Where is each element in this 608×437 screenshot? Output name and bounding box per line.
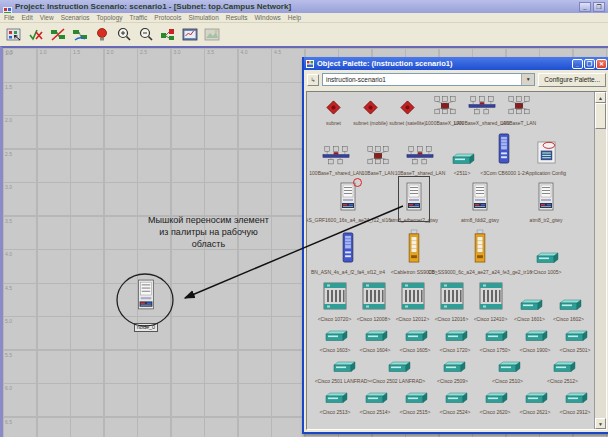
palette-item[interactable]: <Cisco 10720> (315, 281, 354, 315)
rack-teal-icon (322, 281, 348, 315)
palette-tree-button[interactable]: ↳ (307, 74, 319, 86)
menu-file[interactable]: File (4, 14, 14, 21)
palette-item[interactable]: <Cisco 2502 LANFRAD> (370, 359, 425, 377)
recover-objects-button[interactable] (69, 25, 90, 44)
palette-item[interactable]: 1000BaseX_shared_LAN (463, 96, 500, 119)
view-results-button[interactable] (179, 25, 200, 44)
palette-item[interactable]: atm8_fddi2_gtwy (447, 182, 513, 216)
open-palette-button[interactable] (3, 25, 24, 44)
palette-item-label: <Cisco 2510> (492, 378, 523, 384)
palette-select[interactable]: instruction-scenario1 ▼ (322, 73, 535, 86)
palette-row: 100BaseT_shared_LAN10BaseT_LAN10BaseT_sh… (307, 128, 593, 169)
palette-item[interactable]: 10BaseT_shared_LAN (399, 146, 441, 169)
palette-item[interactable]: 1000BaseX_LAN (426, 96, 463, 119)
palette-item[interactable]: 10BaseT_LAN (357, 146, 399, 169)
palette-item[interactable]: atm8_tr2_gtwy (513, 182, 579, 216)
configure-palette-button[interactable]: Configure Palette... (538, 73, 606, 87)
zoom-in-button[interactable] (113, 25, 134, 44)
palette-item[interactable]: <Cisco 1720> (435, 328, 475, 346)
palette-item[interactable]: <3Com CB6000 1-2> (483, 132, 525, 169)
node-0[interactable]: node_0 (133, 279, 159, 333)
dropdown-arrow-icon[interactable]: ▼ (521, 74, 534, 85)
palette-titlebar[interactable]: Object Palette: (Instruction scenario1) … (304, 57, 608, 70)
palette-item[interactable]: 100BaseT_LAN (500, 96, 537, 119)
scroll-up-icon[interactable]: ▲ (595, 92, 606, 103)
open-palette-icon (6, 27, 22, 42)
palette-close-button[interactable]: ✕ (596, 59, 607, 69)
animation-button[interactable] (201, 25, 222, 44)
lightbulb-button[interactable] (91, 25, 112, 44)
menu-windows[interactable]: Windows (254, 14, 280, 21)
menu-simulation[interactable]: Simulation (188, 14, 218, 21)
palette-item-label: <Cisco 2512> (547, 378, 578, 384)
menu-traffic[interactable]: Traffic (130, 14, 148, 21)
palette-item[interactable]: <Cisco 1900> (515, 328, 555, 346)
palette-item[interactable]: subnet (mobile) (352, 100, 389, 119)
palette-minimize-button[interactable]: _ (572, 59, 583, 69)
scroll-down-icon[interactable]: ▼ (595, 418, 606, 429)
workspace-canvas[interactable]: 0.51.01.52.02.53.03.54.04.51.01.52.02.53… (0, 46, 608, 437)
palette-restore-button[interactable]: ❐ (584, 59, 595, 69)
palette-item[interactable]: atm8_ethernet2_gtwy (381, 182, 447, 216)
menu-help[interactable]: Help (288, 14, 301, 21)
zoom-out-button[interactable] (135, 25, 156, 44)
menu-edit[interactable]: Edit (21, 14, 32, 21)
grid-col-label: 2.5 (140, 49, 147, 55)
palette-scrollbar[interactable]: ▲ ▼ (594, 92, 606, 429)
palette-item[interactable]: 100BaseT_shared_LAN (315, 146, 357, 169)
palette-item[interactable]: <Cisco 2514> (355, 390, 395, 408)
palette-item[interactable]: <Cisco 2524> (435, 390, 475, 408)
router-icon (440, 359, 466, 377)
restore-button[interactable]: ❐ (593, 2, 605, 12)
palette-item[interactable]: Application Config (525, 140, 567, 169)
palette-item-label: <Cisco 1603> (320, 347, 351, 353)
palette-item[interactable]: <Cisco 2621> (515, 390, 555, 408)
palette-item[interactable]: <Cisco 2620> (475, 390, 515, 408)
palette-item[interactable]: <Cisco 1750> (475, 328, 515, 346)
palette-item[interactable]: <Cisco 12410> (471, 281, 510, 315)
palette-item[interactable]: <Cisco 2512> (535, 359, 590, 377)
fail-objects-button[interactable] (47, 25, 68, 44)
grid-col-label: 0.5 (6, 49, 13, 55)
palette-item[interactable]: <Cisco 12008> (354, 281, 393, 315)
router-icon (533, 250, 559, 268)
palette-item[interactable]: <Cisco 2912> (555, 390, 595, 408)
palette-item[interactable]: CB_SS9000_6c_a24_ae27_a24_fe3_ge2_tr16 (447, 229, 513, 268)
palette-item[interactable]: subnet (satellite) (389, 100, 426, 119)
scrollbar-thumb[interactable] (595, 103, 606, 129)
minimize-button[interactable]: _ (579, 2, 591, 12)
menu-protocols[interactable]: Protocols (154, 14, 181, 21)
palette-row: AS_GRF1600_16s_a4_ae24_f12_sl16atm8_ethe… (307, 178, 593, 216)
palette-item[interactable]: BN_ASN_4s_a4_f2_fa4_sf12_tr4 (315, 231, 381, 268)
verify-links-button[interactable] (25, 25, 46, 44)
palette-item[interactable]: <Cisco 2501 LANFRAD> (315, 359, 370, 377)
palette-item[interactable]: <Cisco 1602> (549, 297, 588, 315)
palette-item[interactable]: subnet (315, 100, 352, 119)
router-icon (322, 390, 348, 408)
run-simulation-button[interactable] (157, 25, 178, 44)
palette-item[interactable]: <Cisco 12016> (432, 281, 471, 315)
palette-item[interactable]: <Cabletron SS9000> (381, 229, 447, 268)
palette-item-label: Application Config (526, 170, 566, 176)
palette-item[interactable]: <Cisco 1005> (513, 250, 579, 268)
rack-gray-icon (338, 182, 358, 216)
palette-item[interactable]: <Cisco 2501> (555, 328, 595, 346)
palette-item[interactable]: <Cisco 1601> (510, 297, 549, 315)
menu-results[interactable]: Results (226, 14, 248, 21)
palette-item[interactable]: AS_GRF1600_16s_a4_ae24_f12_sl16 (315, 182, 381, 216)
palette-item[interactable]: <Cisco 1603> (315, 328, 355, 346)
router-icon (495, 359, 521, 377)
grid-row-label: 2.0 (5, 117, 12, 123)
palette-item[interactable]: <Cisco 12012> (393, 281, 432, 315)
palette-item[interactable]: <Cisco 1605> (395, 328, 435, 346)
palette-item[interactable]: <2511> (441, 151, 483, 169)
palette-item[interactable]: <Cisco 1604> (355, 328, 395, 346)
app-icon (3, 2, 12, 11)
palette-item[interactable]: <Cisco 2510> (480, 359, 535, 377)
palette-item[interactable]: <Cisco 2509> (425, 359, 480, 377)
palette-item[interactable]: <Cisco 2513> (315, 390, 355, 408)
menu-view[interactable]: View (40, 14, 54, 21)
menu-scenarios[interactable]: Scenarios (61, 14, 90, 21)
palette-item[interactable]: <Cisco 2515> (395, 390, 435, 408)
menu-topology[interactable]: Topology (97, 14, 123, 21)
